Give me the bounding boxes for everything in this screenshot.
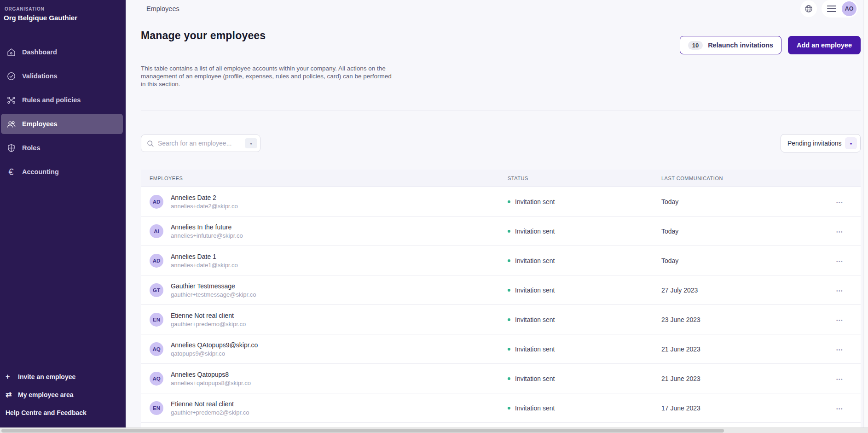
status-dot — [508, 348, 510, 351]
topbar: Employees — [126, 0, 868, 18]
status-dot — [508, 200, 510, 203]
avatar: AD — [150, 254, 163, 268]
row-menu-icon[interactable]: ••• — [836, 406, 843, 411]
sidebar-item-validations[interactable]: Validations — [1, 66, 123, 86]
employee-email: annelies+date1@skipr.co — [171, 262, 238, 269]
employee-name: Etienne Not real client — [171, 312, 246, 319]
last-communication: Today — [661, 198, 822, 205]
avatar: GT — [150, 283, 163, 297]
status-dot — [508, 407, 510, 410]
horizontal-scrollbar-thumb[interactable] — [1, 429, 724, 433]
row-menu-icon[interactable]: ••• — [836, 200, 843, 205]
status-text: Invitation sent — [515, 316, 555, 323]
table-header: EMPLOYEES STATUS LAST COMMUNICATION — [141, 170, 861, 187]
status-text: Invitation sent — [515, 404, 555, 412]
organisation-name: Org Belgique Gauthier — [4, 14, 126, 22]
sidebar-footer-label: My employee area — [18, 391, 74, 398]
employee-email: annelies+infuture@skipr.co — [171, 232, 243, 239]
divider — [141, 111, 861, 111]
sidebar-item-label: Accounting — [22, 168, 59, 176]
search-icon — [146, 140, 154, 147]
status-dot — [508, 259, 510, 262]
relaunch-label: Relaunch invitations — [708, 41, 773, 49]
employee-name: Annelies Date 1 — [171, 253, 238, 260]
horizontal-scrollbar[interactable] — [0, 427, 868, 433]
last-communication: 17 June 2023 — [661, 404, 822, 412]
employee-name: Etienne Not real client — [171, 400, 249, 408]
Annelies Qatopups8[interactable]: AQ Annelies Qatopups8 annelies+qatopups8… — [141, 364, 861, 393]
Gauthier Testmessage[interactable]: GT Gauthier Testmessage gauthier+testmes… — [141, 275, 861, 305]
employee-name: Annelies Date 2 — [171, 194, 238, 201]
language-button[interactable] — [800, 0, 817, 17]
sidebar-item-dashboard[interactable]: Dashboard — [1, 42, 123, 62]
section-heading: Manage your employees — [141, 29, 266, 42]
employee-search: ▾ — [141, 135, 260, 152]
row-menu-icon[interactable]: ••• — [836, 318, 843, 323]
row-menu-icon[interactable]: ••• — [836, 347, 843, 352]
vertical-scrollbar[interactable] — [863, 0, 868, 427]
status-text: Invitation sent — [515, 287, 555, 294]
sidebar-item-invite-an-employee[interactable]: + Invite an employee — [6, 373, 121, 380]
swap-icon: ⇄ — [6, 391, 14, 398]
sidebar-item-rules-and-policies[interactable]: Rules and policies — [1, 90, 123, 110]
status-text: Invitation sent — [515, 345, 555, 353]
employee-email: annelies+qatopups8@skipr.co — [171, 380, 251, 386]
employee-email: annelies+date2@skipr.co — [171, 203, 238, 210]
Etienne Not real client[interactable]: EN Etienne Not real client gauthier+pred… — [141, 393, 861, 423]
account-menu: AO — [822, 0, 858, 18]
Annelies Date 1[interactable]: AD Annelies Date 1 annelies+date1@skipr.… — [141, 246, 861, 275]
main-area: Employees — [126, 0, 868, 433]
sidebar-item-roles[interactable]: Roles — [1, 138, 123, 158]
avatar: AD — [150, 195, 163, 209]
sidebar-nav: Dashboard Validations Rules and policies… — [0, 42, 126, 182]
chevron-down-icon: ▾ — [250, 141, 252, 146]
invitation-filter-select[interactable]: Pending invitations ▾ — [781, 134, 861, 152]
sidebar-item-help-centre[interactable]: Help Centre and Feedback — [6, 409, 121, 416]
search-input[interactable] — [158, 140, 245, 147]
Annelies Date 2[interactable]: AD Annelies Date 2 annelies+date2@skipr.… — [141, 187, 861, 216]
employee-name: Annelies QAtopups9@skipr.co — [171, 341, 258, 349]
employee-name: Gauthier Testmessage — [171, 282, 256, 290]
menu-icon[interactable] — [827, 5, 836, 12]
row-menu-icon[interactable]: ••• — [836, 377, 843, 382]
sidebar-item-my-employee-area[interactable]: ⇄ My employee area — [6, 391, 121, 398]
avatar: EN — [150, 401, 163, 415]
last-communication: 27 July 2023 — [661, 287, 822, 294]
Annelies In the future[interactable]: AI Annelies In the future annelies+infut… — [141, 216, 861, 246]
network-icon — [6, 94, 17, 105]
row-menu-icon[interactable]: ••• — [836, 288, 843, 293]
last-communication: 21 June 2023 — [661, 375, 822, 382]
organisation-label: ORGANISATION — [5, 6, 126, 12]
sidebar-item-label: Validations — [22, 72, 58, 80]
sidebar-item-label: Roles — [22, 144, 41, 152]
column-header-employees: EMPLOYEES — [141, 176, 508, 181]
status-dot — [508, 377, 510, 380]
page-title: Employees — [146, 5, 179, 12]
user-avatar[interactable]: AO — [842, 1, 856, 16]
column-header-status: STATUS — [508, 176, 661, 181]
filter-value: Pending invitations — [787, 140, 842, 147]
sidebar-item-accounting[interactable]: € Accounting — [1, 162, 123, 182]
relaunch-count-badge: 10 — [688, 41, 703, 50]
Annelies QAtopups9@skipr.co[interactable]: AQ Annelies QAtopups9@skipr.co qatopups9… — [141, 334, 861, 364]
home-icon — [6, 47, 17, 58]
status-text: Invitation sent — [515, 198, 555, 205]
search-options-button[interactable]: ▾ — [245, 138, 257, 148]
sidebar-footer-label: Help Centre and Feedback — [6, 409, 87, 416]
employee-email: gauthier+predemo2@skipr.co — [171, 409, 249, 416]
row-menu-icon[interactable]: ••• — [836, 259, 843, 264]
last-communication: Today — [661, 257, 822, 264]
table-body: AD Annelies Date 2 annelies+date2@skipr.… — [141, 187, 861, 433]
relaunch-invitations-button[interactable]: 10 Relaunch invitations — [680, 36, 781, 54]
globe-icon — [804, 4, 813, 13]
employee-email: gauthier+predemo@skipr.co — [171, 321, 246, 328]
add-employee-button[interactable]: Add an employee — [788, 36, 861, 54]
avatar: AI — [150, 224, 163, 238]
status-text: Invitation sent — [515, 228, 555, 235]
row-menu-icon[interactable]: ••• — [836, 229, 843, 234]
shield-icon — [6, 142, 17, 153]
euro-icon: € — [6, 166, 17, 177]
sidebar-item-employees[interactable]: Employees — [1, 114, 123, 134]
employee-email: qatopups9@skipr.co — [171, 350, 258, 357]
Etienne Not real client[interactable]: EN Etienne Not real client gauthier+pred… — [141, 305, 861, 334]
